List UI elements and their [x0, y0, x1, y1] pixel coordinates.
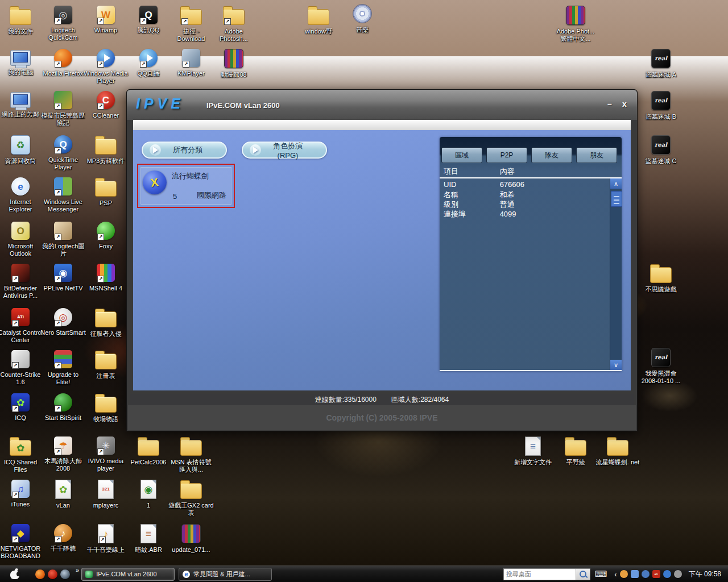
desktop-icon-nero-startsmart[interactable]: ◎↗Nero StartSmart: [40, 307, 86, 336]
desktop-icon-conqueror-invasion[interactable]: 征服者入侵: [83, 307, 129, 338]
desktop-icon-adobe-photoshop-rar[interactable]: Adobe Phot... 繁體中文...: [553, 5, 598, 43]
desktop-icon-start-bitspirit[interactable]: ↗Start BitSpirit: [40, 392, 86, 422]
desktop-icon-counter-strike[interactable]: ↗Counter-Strike 1.6: [0, 349, 43, 386]
desktop-icon-recycle-bin[interactable]: ♻資源回收筒: [0, 134, 43, 165]
search-app-quicklaunch-icon[interactable]: [60, 569, 70, 579]
desktop-icon-mozilla-firefox[interactable]: ↗Mozilla Firefox: [40, 48, 86, 77]
category-button[interactable]: 角色扮演(RPG): [242, 142, 327, 159]
panel-tab[interactable]: P2P: [486, 147, 527, 163]
messenger-tray-icon[interactable]: [663, 570, 671, 578]
desktop-icon-netvigator[interactable]: ◆↗NETVIGATOR BROADBAND: [0, 523, 43, 560]
desktop-icon-new-text-document[interactable]: ≡新增文字文件: [510, 435, 556, 466]
red-app-quicklaunch-icon[interactable]: [48, 569, 57, 579]
scroll-up-button[interactable]: ∧: [610, 178, 622, 189]
desktop-icon-upgrade-to-elite[interactable]: ↗Upgrade to Elite!: [40, 349, 86, 386]
desktop-icon-windows-media-player[interactable]: ↗Windows Media Player: [83, 48, 129, 85]
tray-collapse-chevron[interactable]: ‹: [614, 570, 617, 579]
desktop-icon-my-computer[interactable]: 我的電腦: [0, 48, 43, 76]
desktop-icon-jpg-1[interactable]: ◉1: [126, 479, 171, 509]
scroll-thumb[interactable]: [611, 191, 622, 207]
search-input[interactable]: [504, 570, 576, 579]
taskbar-tasks: IPvE.COM vLan 2600 常見問題 & 用戶建...: [81, 568, 272, 581]
desktop-icon-hirano-aya[interactable]: 平野綾: [553, 435, 598, 466]
desktop-icon-windows-live-messenger[interactable]: ↗Windows Live Messenger: [40, 176, 86, 213]
desktop-icon-my-love-blackie[interactable]: real我愛黑澀會 2008-01-10 ...: [638, 347, 684, 385]
desktop-icon-download-shortcut[interactable]: ↗捷徑 - Download: [168, 5, 214, 43]
firefox-quicklaunch-icon[interactable]: [35, 569, 45, 579]
desktop-icon-ati-catalyst[interactable]: ATi↗Catalyst Control Center: [0, 307, 43, 344]
desktop-icon-icq-shared-files[interactable]: ✿ICQ Shared Files: [0, 435, 43, 473]
desktop-icon-microsoft-outlook[interactable]: OMicrosoft Outlook: [0, 221, 43, 257]
apple-leaf-icon: [14, 568, 18, 572]
taskbar-task-button[interactable]: 常見問題 & 用戶建...: [179, 568, 272, 581]
keyboard-icon[interactable]: ⌨: [595, 569, 607, 579]
table-row[interactable]: 級別 普通: [444, 199, 607, 209]
desktop-icon-msnshell-4[interactable]: ↗MSNShell 4: [83, 263, 129, 292]
desktop-icon-mplayerc[interactable]: 321mplayerc: [83, 479, 129, 509]
scroll-down-button[interactable]: ∨: [610, 360, 622, 370]
panel-scrollbar[interactable]: ∧ ∨: [610, 178, 622, 370]
desktop-icon-ccleaner[interactable]: C↗CCleaner: [83, 90, 129, 119]
panel-tab[interactable]: 區域: [441, 147, 482, 163]
desktop-icon-kmplayer[interactable]: ↗KMPlayer: [168, 48, 214, 77]
close-button[interactable]: x: [619, 99, 630, 109]
quick-launch-overflow-button[interactable]: »: [76, 566, 79, 574]
table-row[interactable]: 連接埠 4099: [444, 209, 607, 219]
desktop-icon-msn-emoticons[interactable]: MSN 表情符號匯入與...: [168, 435, 214, 473]
minimize-button[interactable]: –: [604, 99, 615, 109]
desktop-icon-anime-fest-08[interactable]: 動漫節08: [211, 48, 257, 78]
magnifier-tray-icon[interactable]: [642, 570, 650, 578]
desktop-icon-internet-explorer[interactable]: eInternet Explorer: [0, 176, 43, 213]
category-button[interactable]: 所有分類: [142, 142, 227, 159]
desktop-icon-ttplayer-online[interactable]: ♪↗千千音樂線上: [83, 523, 129, 554]
desktop-icon-trojan-remover[interactable]: ☂↗木馬清除大師2008: [40, 435, 86, 472]
desktop-icon-itunes[interactable]: ♫↗iTunes: [0, 479, 43, 508]
desktop-icon-ivivo-media-player[interactable]: ✳↗IVIVO media player: [83, 435, 129, 472]
desktop-icon-logitech-quickcam[interactable]: ◎↗Logitech QuickCam: [40, 5, 86, 41]
desktop-icon-icq[interactable]: ✿↗ICQ: [0, 392, 43, 422]
desktop-icon-registry[interactable]: 注冊表: [83, 349, 129, 380]
desktop-icon-vlan-file[interactable]: ✿vLan: [40, 479, 86, 509]
desktop-icon-abr-file[interactable]: ≡暗紋.ABR: [126, 523, 171, 554]
start-button[interactable]: [10, 569, 19, 579]
desktop-icon-yugioh-gx2[interactable]: 遊戲王GX2 card表: [168, 479, 214, 517]
desktop-icon-winamp[interactable]: W↗Winamp: [83, 5, 129, 34]
network-tray-icon[interactable]: [631, 570, 639, 578]
desktop-icon-window-folder[interactable]: window野: [296, 5, 341, 35]
desktop-icon-my-logitech-pictures[interactable]: ↗我的Logitech圖片: [40, 221, 86, 257]
desktop-icon-bitdefender[interactable]: ↗BitDefender Antivirus P...: [0, 263, 43, 300]
desktop-icon-mysterious-play[interactable]: 不思議遊戲: [638, 263, 684, 293]
desktop-icon-mp3-editor[interactable]: MP3剪輯軟件: [83, 134, 129, 165]
desktop-icon-quicktime-player[interactable]: Q↗QuickTime Player: [40, 134, 86, 171]
desktop-icon-mummy-c[interactable]: real盜墓迷城 C: [638, 134, 684, 165]
table-row[interactable]: 名稱 和希: [444, 190, 607, 199]
desktop-icon-pplive-nettv[interactable]: ◉↗PPLive NetTV: [40, 263, 86, 292]
desktop-icon-qq-live[interactable]: ↗QQ直播: [126, 48, 171, 77]
desktop-icon-sims-castaway[interactable]: ↗模擬市民荒島歷險記: [40, 90, 86, 127]
desktop-icon-harvest-moon[interactable]: 牧場物語: [83, 392, 129, 423]
desktop-icon-label: MSNShell 4: [83, 285, 129, 292]
table-row[interactable]: UID 676606: [444, 180, 607, 190]
search-button[interactable]: [576, 569, 590, 580]
volume-tray-icon[interactable]: [674, 570, 682, 578]
ati-tray-icon[interactable]: ATI: [652, 570, 660, 578]
desktop-icon-music-cd[interactable]: 音樂: [340, 3, 385, 34]
panel-tab[interactable]: 隊友: [531, 147, 572, 163]
desktop-icon-foxy[interactable]: ↗Foxy: [83, 221, 129, 250]
taskbar-task-button[interactable]: IPvE.COM vLan 2600: [81, 568, 175, 581]
desktop-icon-adobe-photoshop-folder[interactable]: ↗Adobe Photosh...: [211, 5, 257, 43]
desktop-icon-update-rar[interactable]: update_071...: [168, 523, 214, 554]
game-list-item[interactable]: X 流行蝴蝶劍 5 國際網路: [140, 167, 231, 205]
panel-tab[interactable]: 朋友: [576, 147, 617, 163]
desktop-icon-meteor-butterfly-net[interactable]: 流星蝴蝶劍. net: [595, 435, 640, 466]
desktop-icon-ttplayer[interactable]: ♪↗千千靜聽: [40, 523, 86, 552]
window-titlebar[interactable]: IPVE IPvE.COM vLan 2600 – x: [127, 90, 637, 120]
desktop-icon-tencent-qq[interactable]: Q↗騰訊QQ: [126, 5, 171, 34]
desktop-icon-mummy-b[interactable]: real盜墓迷城 B: [638, 90, 684, 120]
desktop-icon-psp[interactable]: PSP: [83, 176, 129, 207]
ttplayer-tray-icon[interactable]: [620, 570, 628, 578]
desktop-icon-my-documents[interactable]: 我的文件: [0, 5, 43, 35]
desktop-icon-petcalc2006[interactable]: PetCalc2006: [126, 435, 171, 466]
desktop-icon-mummy-a[interactable]: real盜墓迷城 A: [638, 48, 684, 78]
desktop-icon-network-neighborhood[interactable]: 網路上的芳鄰: [0, 90, 43, 118]
